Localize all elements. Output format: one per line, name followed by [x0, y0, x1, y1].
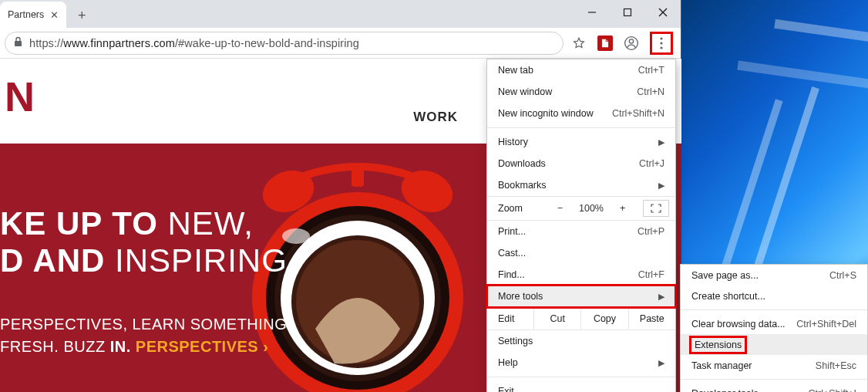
app-menu-highlight: [650, 32, 673, 55]
menu-settings[interactable]: Settings: [487, 330, 675, 352]
close-icon: [658, 8, 668, 17]
chevron-right-icon: ▶: [658, 358, 664, 368]
menu-downloads[interactable]: DownloadsCtrl+J: [487, 153, 675, 174]
toolbar-actions: [568, 32, 676, 55]
nav-work[interactable]: WORK: [413, 110, 458, 125]
menu-incognito[interactable]: New incognito windowCtrl+Shift+N: [487, 103, 675, 124]
submenu-save-page[interactable]: Save page as...Ctrl+S: [681, 265, 867, 286]
submenu-extensions[interactable]: Extensions: [681, 334, 867, 355]
submenu-clear-data[interactable]: Clear browsing data...Ctrl+Shift+Del: [681, 313, 867, 334]
svg-rect-1: [624, 9, 631, 16]
minimize-icon: [587, 8, 597, 17]
window-close[interactable]: [645, 0, 681, 25]
toolbar: https://www.finnpartners.com/#wake-up-to…: [0, 28, 681, 59]
profile-icon[interactable]: [624, 35, 639, 51]
edit-paste[interactable]: Paste: [628, 308, 675, 329]
menu-exit[interactable]: Exit: [487, 380, 675, 392]
menu-print[interactable]: Print...Ctrl+P: [487, 221, 675, 242]
menu-history[interactable]: History▶: [487, 131, 675, 153]
address-bar[interactable]: https://www.finnpartners.com/#wake-up-to…: [5, 32, 564, 55]
pdf-extension-icon[interactable]: [597, 35, 613, 51]
app-menu: New tabCtrl+T New windowCtrl+N New incog…: [486, 59, 676, 392]
svg-point-6: [629, 39, 633, 42]
chevron-right-icon: ▶: [658, 137, 664, 147]
submenu-create-shortcut[interactable]: Create shortcut...: [681, 286, 867, 306]
svg-rect-4: [15, 41, 22, 46]
edit-cut[interactable]: Cut: [533, 308, 580, 329]
svg-point-7: [660, 37, 662, 39]
menu-separator: [487, 377, 675, 377]
site-logo[interactable]: N: [5, 73, 33, 120]
zoom-value: 100%: [577, 203, 605, 214]
submenu-devtools[interactable]: Developer toolsCtrl+Shift+I: [681, 383, 867, 392]
window-controls: [574, 0, 681, 25]
chevron-right-icon: ▶: [658, 181, 664, 191]
svg-point-8: [660, 42, 662, 44]
menu-edit: Edit Cut Copy Paste: [487, 307, 675, 330]
submenu-task-manager[interactable]: Task managerShift+Esc: [681, 355, 867, 376]
menu-separator: [681, 379, 867, 380]
browser-window: Partners ✕ + https://www.finnpartners.co…: [0, 0, 681, 392]
close-tab-icon[interactable]: ✕: [50, 9, 59, 21]
fullscreen-button[interactable]: [643, 200, 669, 217]
window-minimize[interactable]: [574, 0, 610, 25]
menu-zoom: Zoom − 100% +: [487, 196, 675, 221]
fullscreen-icon: [651, 204, 661, 213]
app-menu-button[interactable]: [654, 35, 669, 51]
new-tab-button[interactable]: +: [71, 5, 93, 26]
chevron-right-icon[interactable]: ›: [263, 338, 268, 355]
menu-separator: [681, 309, 867, 310]
lock-icon: [13, 36, 23, 49]
maximize-icon: [623, 8, 632, 17]
chevron-right-icon: ▶: [658, 292, 664, 302]
menu-help[interactable]: Help▶: [487, 352, 675, 373]
browser-tab[interactable]: Partners ✕: [0, 2, 66, 28]
zoom-out-button[interactable]: −: [546, 203, 574, 214]
menu-cast[interactable]: Cast...: [487, 242, 675, 264]
bookmark-star-icon[interactable]: [571, 35, 587, 51]
menu-bookmarks[interactable]: Bookmarks▶: [487, 174, 675, 196]
menu-more-tools[interactable]: More tools▶: [487, 286, 675, 307]
menu-find[interactable]: Find...Ctrl+F: [487, 264, 675, 286]
tab-title: Partners: [8, 9, 44, 20]
more-tools-submenu: Save page as...Ctrl+S Create shortcut...…: [680, 264, 868, 392]
menu-separator: [487, 127, 675, 128]
svg-point-9: [660, 46, 662, 49]
hero-heading: KE UP TO NEW, D AND INSPIRING: [0, 205, 288, 280]
zoom-in-button[interactable]: +: [609, 203, 637, 214]
hero-subtext: PERSPECTIVES, LEARN SOMETHING FRESH. BUZ…: [0, 313, 287, 358]
url-text: https://www.finnpartners.com/#wake-up-to…: [29, 37, 359, 49]
menu-new-window[interactable]: New windowCtrl+N: [487, 81, 675, 103]
window-maximize[interactable]: [610, 0, 645, 25]
menu-new-tab[interactable]: New tabCtrl+T: [487, 59, 675, 81]
edit-copy[interactable]: Copy: [580, 308, 627, 329]
kebab-icon: [660, 37, 663, 49]
